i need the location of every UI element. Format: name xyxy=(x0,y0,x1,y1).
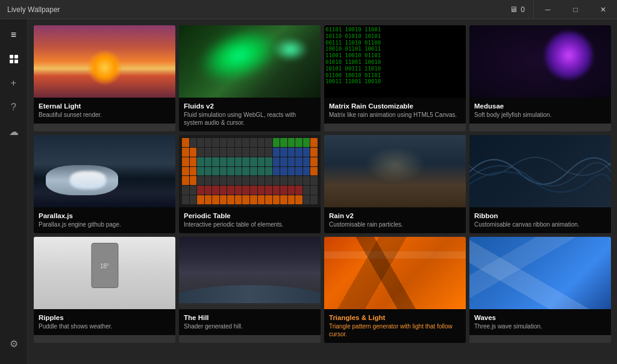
ripples-phone xyxy=(91,243,118,288)
card-title: Rain v2 xyxy=(329,212,461,219)
thumbnail-waves xyxy=(469,237,611,309)
card-info: Triangles & Light Triangle pattern gener… xyxy=(324,309,466,343)
card-info: Matrix Rain Customizable Matrix like rai… xyxy=(324,98,466,124)
card-desc: Triangle pattern generator with light th… xyxy=(329,322,461,338)
thumbnail-medusae xyxy=(469,25,611,98)
main-layout: ≡ + ? ☁ ⚙ Eternal Light Beautiful sunset… xyxy=(0,19,617,364)
card-info: Periodic Table Interactive periodic tabl… xyxy=(179,207,321,233)
card-title: Periodic Table xyxy=(184,212,316,219)
sidebar: ≡ + ? ☁ ⚙ xyxy=(0,19,28,364)
wallpaper-card-triangles-light[interactable]: Triangles & Light Triangle pattern gener… xyxy=(324,237,466,343)
wallpaper-card-medusae[interactable]: Medusae Soft body jellyfish simulation. xyxy=(469,25,611,131)
svg-rect-1 xyxy=(14,55,18,58)
wallpaper-card-ripples[interactable]: Ripples Puddle that shows weather. xyxy=(34,237,175,343)
title-bar: Lively Wallpaper 🖥 0 ─ □ ✕ xyxy=(0,0,617,19)
card-desc: Customisable canvas ribbon animation. xyxy=(474,221,606,228)
card-title: Medusae xyxy=(474,102,606,110)
matrix-chars: 01101 10010 1100110110 01010 1010100111 … xyxy=(324,25,466,98)
monitor-icon: 🖥 xyxy=(510,5,518,14)
card-desc: Beautiful sunset render. xyxy=(39,111,171,119)
monitor-count: 0 xyxy=(521,5,525,14)
card-info: Ripples Puddle that shows weather. xyxy=(34,309,175,335)
card-info: Parallax.js Parallax.js engine github pa… xyxy=(34,207,175,233)
window-controls: 🖥 0 ─ □ ✕ xyxy=(501,0,617,19)
thumbnail-ribbon xyxy=(469,135,611,207)
card-info: Rain v2 Customisable rain particles. xyxy=(324,207,466,233)
card-desc: Interactive periodic table of elements. xyxy=(184,221,316,228)
wallpaper-card-matrix-rain[interactable]: 01101 10010 1100110110 01010 1010100111 … xyxy=(324,25,466,131)
card-desc: Soft body jellyfish simulation. xyxy=(474,111,606,119)
sidebar-library-button[interactable] xyxy=(3,48,25,70)
wallpaper-card-ribbon[interactable]: Ribbon Customisable canvas ribbon animat… xyxy=(469,135,611,233)
card-info: Fluids v2 Fluid simulation using WebGL, … xyxy=(179,98,321,131)
periodic-grid xyxy=(182,138,318,204)
svg-rect-0 xyxy=(10,55,13,58)
card-desc: Parallax.js engine github page. xyxy=(39,221,171,228)
card-title: Ribbon xyxy=(474,212,606,219)
triangles-overlay xyxy=(324,237,466,309)
wallpaper-card-waves[interactable]: Waves Three.js wave simulation. xyxy=(469,237,611,343)
thumbnail-ripples xyxy=(34,237,175,309)
wallpaper-card-rain-v2[interactable]: Rain v2 Customisable rain particles. xyxy=(324,135,466,233)
card-desc: Fluid simulation using WebGL, reacts wit… xyxy=(184,111,316,127)
wallpaper-card-fluids-v2[interactable]: Fluids v2 Fluid simulation using WebGL, … xyxy=(179,25,321,131)
card-title: Eternal Light xyxy=(39,102,171,110)
card-desc: Matrix like rain animation using HTML5 C… xyxy=(329,111,461,119)
svg-rect-2 xyxy=(10,60,13,63)
maximize-button[interactable]: □ xyxy=(562,0,589,19)
close-button[interactable]: ✕ xyxy=(589,0,617,19)
card-title: Fluids v2 xyxy=(184,102,316,110)
thumbnail-fluids xyxy=(179,25,321,98)
wallpaper-grid: Eternal Light Beautiful sunset render. F… xyxy=(34,25,611,343)
card-desc: Customisable rain particles. xyxy=(329,221,461,228)
card-desc: Shader generated hill. xyxy=(184,322,316,330)
waves-overlay xyxy=(469,237,611,309)
thumbnail-triangles xyxy=(324,237,466,309)
card-title: Ripples xyxy=(39,314,171,321)
thumbnail-thehill xyxy=(179,237,321,309)
card-title: Parallax.js xyxy=(39,212,171,219)
wallpaper-card-parallax[interactable]: Parallax.js Parallax.js engine github pa… xyxy=(34,135,175,233)
ribbon-svg xyxy=(469,135,611,207)
minimize-button[interactable]: ─ xyxy=(534,0,562,19)
thumbnail-parallax xyxy=(34,135,175,207)
thumbnail-periodic xyxy=(179,135,321,207)
card-info: Eternal Light Beautiful sunset render. xyxy=(34,98,175,124)
hill-wave xyxy=(179,267,321,303)
thumbnail-eternal-light xyxy=(34,25,175,98)
sidebar-help-button[interactable]: ? xyxy=(3,96,25,118)
sidebar-cloud-button[interactable]: ☁ xyxy=(3,121,25,142)
card-title: Triangles & Light xyxy=(329,314,461,321)
svg-rect-3 xyxy=(14,60,18,63)
card-info: Waves Three.js wave simulation. xyxy=(469,309,611,335)
wallpaper-card-periodic-table[interactable]: Periodic Table Interactive periodic tabl… xyxy=(179,135,321,233)
sidebar-settings-button[interactable]: ⚙ xyxy=(3,333,25,354)
card-title: The Hill xyxy=(184,314,316,321)
card-info: Ribbon Customisable canvas ribbon animat… xyxy=(469,207,611,233)
wallpaper-card-eternal-light[interactable]: Eternal Light Beautiful sunset render. xyxy=(34,25,175,131)
app-title: Lively Wallpaper xyxy=(7,5,60,14)
card-info: Medusae Soft body jellyfish simulation. xyxy=(469,98,611,124)
thumbnail-rain xyxy=(324,135,466,207)
content-area: Eternal Light Beautiful sunset render. F… xyxy=(28,19,617,364)
wallpaper-card-the-hill[interactable]: The Hill Shader generated hill. xyxy=(179,237,321,343)
sidebar-add-button[interactable]: + xyxy=(3,72,25,94)
sidebar-menu-button[interactable]: ≡ xyxy=(3,24,25,46)
card-desc: Puddle that shows weather. xyxy=(39,322,171,330)
card-title: Matrix Rain Customizable xyxy=(329,102,461,110)
card-title: Waves xyxy=(474,314,606,321)
thumbnail-matrix: 01101 10010 1100110110 01010 1010100111 … xyxy=(324,25,466,98)
monitor-button[interactable]: 🖥 0 xyxy=(501,0,534,19)
card-desc: Three.js wave simulation. xyxy=(474,322,606,330)
card-info: The Hill Shader generated hill. xyxy=(179,309,321,335)
